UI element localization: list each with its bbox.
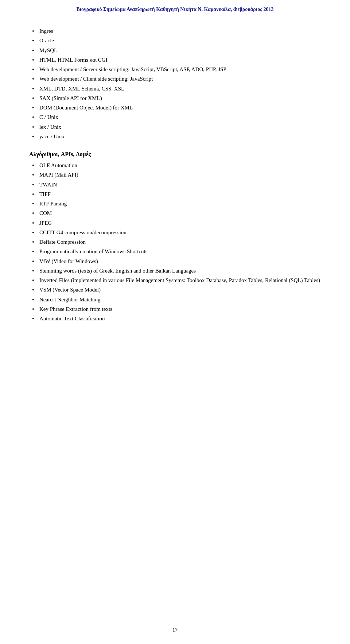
list-item: Inverted Files (implemented in various F… [29,276,321,285]
list-item: Oracle [29,36,321,45]
list-item: VfW (Video for Windows) [29,257,321,266]
list-item: TIFF [29,190,321,198]
list-item: MAPI (Mail API) [29,171,321,179]
list-item: XML, DTD, XML Schema, CSS, XSL [29,85,321,93]
list-item: Nearest Neighbor Matching [29,296,321,304]
list-item: Web development / Client side scripting:… [29,75,321,83]
list-item: MySQL [29,46,321,55]
apis-list: OLE AutomationMAPI (Mail API)TWAINTIFFRT… [29,161,321,323]
list-item: HTML, HTML Forms και CGI [29,56,321,64]
list-item: DOM (Document Object Model) for XML [29,104,321,112]
list-item: Ingres [29,27,321,35]
list-item: Deflate Compression [29,238,321,246]
list-item: yacc / Unix [29,132,321,141]
page-number: 17 [172,627,178,633]
list-item: COM [29,209,321,217]
list-item: OLE Automation [29,161,321,170]
list-item: Programmatically creation of Windows Sho… [29,247,321,256]
list-item: VSM (Vector Space Model) [29,286,321,294]
list-item: JPEG [29,219,321,227]
list-item: C / Unix [29,113,321,122]
section-heading: Αλγόριθμοι, APIs, Δομές [29,151,321,158]
page-header: Βιογραφικό Σημείωμα Αναπληρωτή Καθηγητή … [0,0,350,16]
list-item: Stemming words (texts) of Greek, English… [29,267,321,275]
list-item: SAX (Simple API for XML) [29,94,321,103]
list-item: CCITT G4 compression/decompression [29,228,321,237]
list-item: Key Phrase Extraction from texts [29,305,321,313]
initial-list: IngresOracleMySQLHTML, HTML Forms και CG… [29,27,321,141]
list-item: lex / Unix [29,123,321,131]
list-item: RTF Parsing [29,200,321,208]
list-item: Web development / Server side scripting:… [29,65,321,74]
list-item: TWAIN [29,181,321,189]
list-item: Automatic Text Classification [29,315,321,323]
